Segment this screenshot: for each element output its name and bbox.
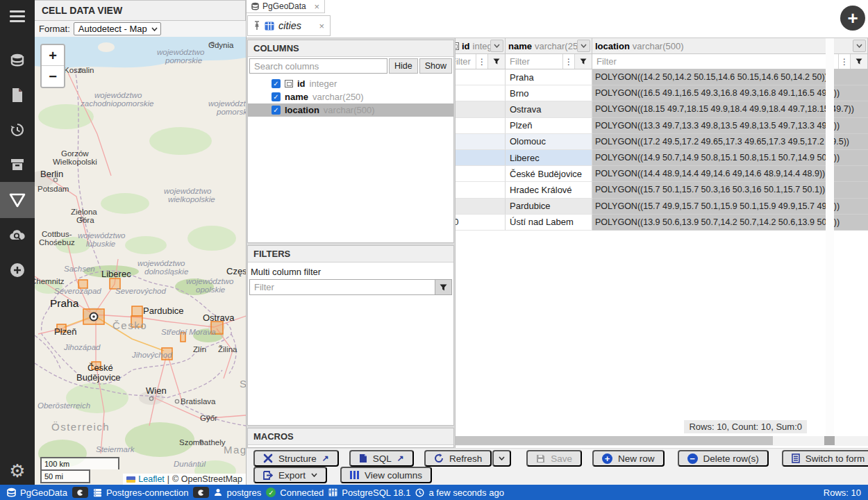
- sidebar-item-archive[interactable]: [0, 147, 35, 182]
- filter-menu-button[interactable]: ⋮: [476, 54, 487, 69]
- show-button[interactable]: Show: [419, 58, 452, 74]
- connection-badge-icon[interactable]: [193, 487, 209, 498]
- table-row[interactable]: 5 Olomouc POLYGON((17.2 49.5,17.2 49.65,…: [455, 134, 868, 150]
- map-label: Gdynia: [208, 41, 234, 49]
- cell-name[interactable]: Ostrava: [506, 101, 592, 117]
- format-select[interactable]: Autodetect - Map: [74, 22, 161, 35]
- sort-menu-button[interactable]: [577, 40, 590, 52]
- delete-rows-button[interactable]: − Delete row(s): [678, 450, 769, 467]
- sidebar-item-history[interactable]: [0, 112, 35, 147]
- apply-filter-button[interactable]: [435, 279, 452, 295]
- cell-id[interactable]: 7: [455, 166, 506, 182]
- close-icon[interactable]: ×: [319, 21, 324, 31]
- filter-menu-button[interactable]: ⋮: [562, 54, 574, 69]
- search-columns-input[interactable]: [249, 58, 387, 74]
- structure-button[interactable]: Structure↗: [253, 450, 339, 467]
- close-icon[interactable]: ×: [314, 1, 319, 12]
- cell-name[interactable]: Hradec Králové: [506, 182, 592, 198]
- new-row-button[interactable]: + New row: [592, 450, 665, 467]
- checkbox-checked-icon[interactable]: ✓: [272, 106, 281, 115]
- table-row[interactable]: 3 Ostrava POLYGON((18.15 49.7,18.15 49.9…: [455, 101, 868, 117]
- refresh-dropdown-button[interactable]: [492, 450, 511, 467]
- filter-input-id[interactable]: [455, 55, 476, 69]
- hide-button[interactable]: Hide: [389, 58, 418, 74]
- sidebar-item-add[interactable]: [0, 253, 35, 288]
- zoom-in-button[interactable]: +: [42, 45, 64, 66]
- cell-id[interactable]: 6: [455, 150, 506, 166]
- cell-name[interactable]: Pardubice: [506, 199, 592, 215]
- cell-name[interactable]: Liberec: [506, 150, 592, 166]
- cell-id[interactable]: 9: [455, 199, 506, 215]
- settings-button[interactable]: ⚙: [0, 460, 35, 482]
- result-toolbar: Structure↗ SQL↗ Refresh: [247, 448, 868, 485]
- checkbox-checked-icon[interactable]: ✓: [272, 79, 281, 88]
- sidebar-item-database[interactable]: [0, 43, 35, 78]
- column-item-location[interactable]: ✓ location varchar(500): [248, 103, 453, 117]
- driver-badge-icon[interactable]: [72, 487, 88, 498]
- zoom-out-button[interactable]: −: [42, 66, 64, 87]
- cell-id[interactable]: 8: [455, 182, 506, 198]
- tab-cities[interactable]: cities ×: [247, 15, 331, 36]
- column-header-id[interactable]: id integer: [455, 38, 506, 54]
- sort-menu-button[interactable]: [853, 40, 866, 52]
- map-label: województwo: [137, 259, 185, 267]
- sidebar-item-cloud-search[interactable]: [0, 218, 35, 253]
- status-connection[interactable]: PgGeoData: [7, 488, 67, 498]
- cell-name[interactable]: Brno: [506, 85, 592, 101]
- sort-menu-button[interactable]: [490, 40, 503, 52]
- sidebar-item-file[interactable]: [0, 78, 35, 112]
- column-header-name[interactable]: name varchar(250): [506, 38, 592, 54]
- filter-funnel-button[interactable]: [487, 54, 505, 69]
- filter-funnel-button[interactable]: [850, 54, 867, 69]
- table-row[interactable]: 6 Liberec POLYGON((14.9 50.7,14.9 50.8,1…: [455, 150, 868, 166]
- table-row[interactable]: 9 Pardubice POLYGON((15.7 49.9,15.7 50.1…: [455, 199, 868, 215]
- cell-id[interactable]: 10: [455, 215, 506, 231]
- sql-button[interactable]: SQL↗: [349, 450, 414, 467]
- menu-button[interactable]: [0, 0, 35, 32]
- add-tab-button[interactable]: +: [840, 6, 865, 31]
- osm-link[interactable]: © OpenStreetMap: [172, 474, 242, 484]
- cell-id[interactable]: 1: [455, 69, 506, 85]
- table-row[interactable]: 8 Hradec Králové POLYGON((15.7 50.1,15.7…: [455, 182, 868, 198]
- vertical-scrollbar[interactable]: [826, 38, 834, 436]
- tab-pggeodata[interactable]: PgGeoData ×: [247, 0, 325, 13]
- cell-id[interactable]: 5: [455, 134, 506, 150]
- table-row[interactable]: 2 Brno POLYGON((16.5 49.1,16.5 49.3,16.8…: [455, 85, 868, 101]
- view-columns-button[interactable]: View columns: [340, 467, 432, 483]
- column-item-name[interactable]: ✓ name varchar(250): [248, 90, 453, 103]
- export-button[interactable]: Export: [253, 467, 327, 483]
- rows-summary: Rows: 10, Count: 10, Sum:0: [684, 420, 807, 433]
- table-row[interactable]: 10 Ústí nad Labem POLYGON((13.9 50.6,13.…: [455, 215, 868, 231]
- table-row[interactable]: 1 Praha POLYGON((14.2 50,14.2 50.15,14.6…: [455, 69, 868, 85]
- map[interactable]: GdyniawojewództwopomorskieKoszalinwojewó…: [35, 37, 246, 485]
- horizontal-scrollbar-thumb[interactable]: [456, 436, 773, 445]
- leaflet-link[interactable]: Leaflet: [138, 474, 165, 484]
- filter-input-location[interactable]: [592, 55, 838, 69]
- cell-id[interactable]: 2: [455, 85, 506, 101]
- checkbox-checked-icon[interactable]: ✓: [272, 92, 281, 101]
- scrollbar-corner[interactable]: [824, 436, 835, 445]
- map-label: lubuskie: [86, 240, 115, 248]
- map-marker-hradec-kr-lov-[interactable]: [132, 306, 142, 316]
- filter-funnel-button[interactable]: [574, 54, 592, 69]
- save-button[interactable]: Save: [526, 450, 582, 467]
- filter-input-name[interactable]: [506, 55, 562, 69]
- refresh-button[interactable]: Refresh: [424, 450, 492, 467]
- table-row[interactable]: 7 České Budějovice POLYGON((14.4 48.9,14…: [455, 166, 868, 182]
- cell-id[interactable]: 4: [455, 118, 506, 134]
- status-server-version[interactable]: PostgreSQL 18.1: [328, 488, 410, 498]
- cell-name[interactable]: České Budějovice: [506, 166, 592, 182]
- multi-column-filter-input[interactable]: [249, 279, 435, 295]
- switch-to-form-button[interactable]: Switch to form: [782, 450, 868, 467]
- column-item-id[interactable]: ✓ id integer: [248, 77, 453, 90]
- status-user[interactable]: postgres: [214, 488, 261, 498]
- filter-menu-button[interactable]: ⋮: [838, 54, 850, 69]
- table-row[interactable]: 4 Plzeň POLYGON((13.3 49.7,13.3 49.8,13.…: [455, 118, 868, 134]
- cell-id[interactable]: 3: [455, 101, 506, 117]
- cell-name[interactable]: Olomouc: [506, 134, 592, 150]
- cell-name[interactable]: Ústí nad Labem: [506, 215, 592, 231]
- cell-name[interactable]: Praha: [506, 69, 592, 85]
- sidebar-item-filter-active[interactable]: [0, 182, 35, 218]
- status-driver[interactable]: Postgres-connection: [93, 488, 189, 498]
- cell-name[interactable]: Plzeň: [506, 118, 592, 134]
